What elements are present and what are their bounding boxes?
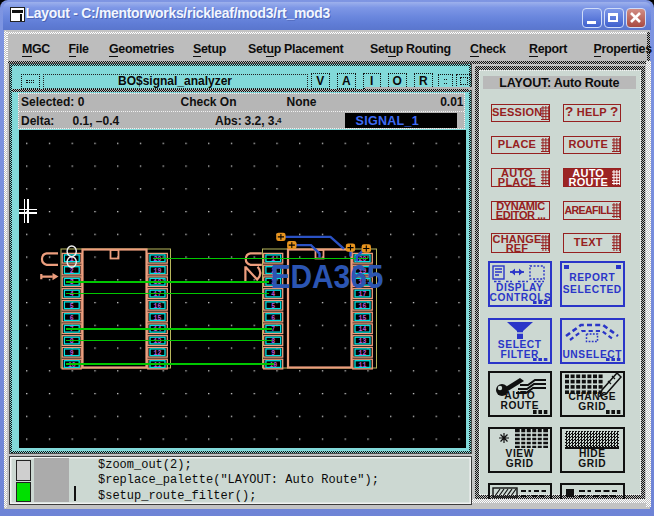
svg-text:13: 13 bbox=[153, 338, 161, 345]
svg-text:11: 11 bbox=[153, 361, 161, 368]
svg-text:16: 16 bbox=[153, 302, 161, 309]
svg-text:10: 10 bbox=[67, 361, 75, 368]
svg-text:EDA365: EDA365 bbox=[270, 256, 383, 294]
svg-text:6: 6 bbox=[271, 314, 275, 321]
svg-text:4: 4 bbox=[69, 291, 73, 298]
svg-text:9: 9 bbox=[271, 349, 275, 356]
svg-text:14: 14 bbox=[153, 326, 161, 333]
svg-text:12: 12 bbox=[358, 349, 366, 356]
svg-text:16: 16 bbox=[358, 302, 366, 309]
svg-text:7: 7 bbox=[69, 326, 73, 333]
svg-text:10: 10 bbox=[269, 361, 277, 368]
svg-text:14: 14 bbox=[358, 326, 366, 333]
svg-text:15: 15 bbox=[358, 314, 366, 321]
svg-text:11: 11 bbox=[358, 361, 366, 368]
svg-text:19: 19 bbox=[153, 267, 161, 274]
svg-text:15: 15 bbox=[153, 314, 161, 321]
svg-text:5: 5 bbox=[271, 302, 275, 309]
svg-text:8: 8 bbox=[271, 338, 275, 345]
svg-text:18: 18 bbox=[153, 279, 161, 286]
svg-text:7: 7 bbox=[271, 326, 275, 333]
svg-text:3: 3 bbox=[69, 279, 73, 286]
svg-text:6: 6 bbox=[69, 314, 73, 321]
svg-text:20: 20 bbox=[153, 255, 161, 262]
svg-text:13: 13 bbox=[358, 338, 366, 345]
svg-text:17: 17 bbox=[153, 291, 161, 298]
svg-text:5: 5 bbox=[69, 302, 73, 309]
svg-text:12: 12 bbox=[153, 349, 161, 356]
svg-text:9: 9 bbox=[69, 349, 73, 356]
svg-text:2: 2 bbox=[69, 267, 73, 274]
svg-text:8: 8 bbox=[69, 338, 73, 345]
